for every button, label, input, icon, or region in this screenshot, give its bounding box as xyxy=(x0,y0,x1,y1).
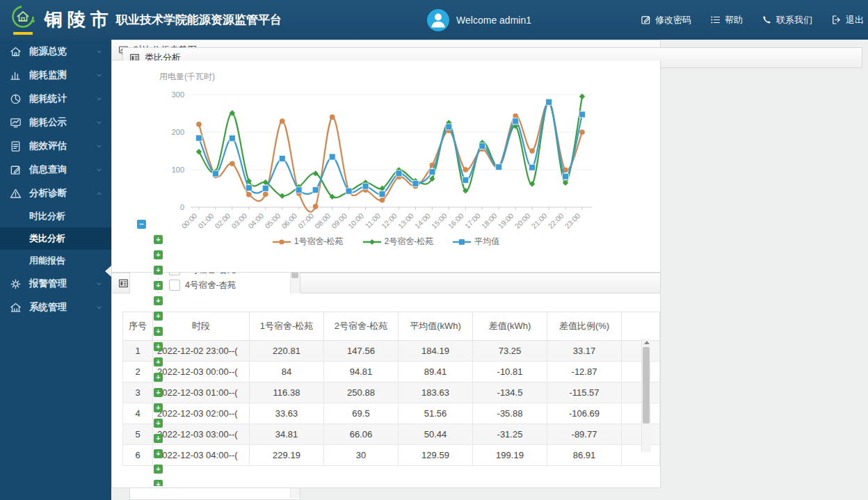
expand-icon[interactable]: + xyxy=(154,373,163,382)
sidebar-item-consumption-publicity[interactable]: 能耗公示 xyxy=(0,111,111,134)
legend-item[interactable]: 1号宿舍-松苑 xyxy=(273,236,344,248)
expand-icon[interactable]: + xyxy=(154,281,163,290)
sidebar-subitem-time-compare-analysis[interactable]: 时比分析 xyxy=(0,205,111,227)
header-menu-label: 帮助 xyxy=(725,14,743,26)
document-icon xyxy=(9,140,22,153)
chevron-down-icon xyxy=(95,304,103,312)
sidebar-item-label: 能效评估 xyxy=(29,140,67,152)
legend-item[interactable]: 2号宿舍-松苑 xyxy=(363,236,434,248)
gear-icon xyxy=(9,277,22,291)
table-cell: 2022-12-03 03:00--( xyxy=(153,424,250,445)
table-cell: 229.19 xyxy=(250,445,324,466)
expand-icon[interactable]: + xyxy=(154,312,163,321)
expand-icon[interactable]: + xyxy=(154,342,163,351)
expand-icon[interactable]: + xyxy=(154,266,163,275)
column-header: 序号 xyxy=(123,312,153,341)
svg-text:06:00: 06:00 xyxy=(280,211,298,230)
tree-node-label[interactable]: 4号宿舍-杏苑 xyxy=(185,280,236,291)
trend-line-chart: 用电量(千瓦时)010020030000:0001:0002:0003:0004… xyxy=(112,61,660,234)
header-menu-change-password[interactable]: 修改密码 xyxy=(640,14,691,26)
brand-city: 铜陵市 xyxy=(45,8,113,32)
chevron-down-icon xyxy=(95,72,103,79)
legend-label: 1号宿舍-松苑 xyxy=(294,236,344,248)
table-cell-gutter xyxy=(622,403,660,424)
sidebar-item-efficiency-evaluation[interactable]: 能效评估 xyxy=(0,134,111,158)
tree-checkbox[interactable] xyxy=(169,280,180,291)
expand-icon[interactable]: + xyxy=(154,449,163,458)
table-cell: 147.56 xyxy=(324,341,399,362)
table-scrollbar-thumb[interactable] xyxy=(643,347,650,424)
app-root: 铜陵市 职业技术学院能源资源监管平台 Welcome admin1 修改密码帮助… xyxy=(0,0,868,500)
table-cell: -35.88 xyxy=(473,403,547,424)
sidebar-subitem-energy-report[interactable]: 用能报告 xyxy=(0,250,111,272)
table-row: 32022-12-03 01:00--(116.38250.88183.63-1… xyxy=(123,382,660,403)
user-avatar-icon[interactable] xyxy=(427,9,449,31)
expand-icon[interactable]: + xyxy=(154,388,163,397)
sidebar-subitem-label: 类比分析 xyxy=(29,232,65,245)
expand-icon[interactable]: + xyxy=(154,235,163,244)
scroll-up-arrow[interactable] xyxy=(644,341,650,344)
collapse-icon[interactable]: − xyxy=(137,220,146,229)
bar-chart-icon xyxy=(9,69,22,82)
header-menu-help[interactable]: 帮助 xyxy=(709,14,743,26)
tree-node: +4号宿舍-杏苑 xyxy=(137,277,300,293)
expand-icon[interactable]: + xyxy=(154,327,163,336)
expand-icon[interactable]: + xyxy=(154,250,163,259)
expand-icon[interactable]: + xyxy=(154,403,163,412)
trend-chart-panel: 对比分析走势图 用电量(千瓦时)010020030000:0001:0002:0… xyxy=(111,40,661,273)
legend-item[interactable]: 平均值 xyxy=(453,236,499,248)
legend-marker-square-icon xyxy=(453,238,471,246)
logout-icon xyxy=(830,14,842,26)
table-cell-gutter xyxy=(622,382,660,403)
table-row: 52022-12-03 03:00--(34.8166.0650.44-31.2… xyxy=(123,424,660,445)
sidebar-item-label: 分析诊断 xyxy=(29,187,67,200)
chart-body: 用电量(千瓦时)010020030000:0001:0002:0003:0004… xyxy=(111,61,661,273)
chevron-down-icon xyxy=(95,119,103,127)
sidebar-item-system-management[interactable]: 系统管理 xyxy=(0,296,111,319)
sidebar-item-alarm-management[interactable]: 报警管理 xyxy=(0,272,111,296)
expand-icon[interactable]: + xyxy=(154,357,163,366)
table-cell: 33.63 xyxy=(250,403,324,424)
home-icon xyxy=(9,45,22,58)
table-cell: -12.87 xyxy=(547,362,622,382)
chart-legend: 1号宿舍-松苑2号宿舍-松苑平均值 xyxy=(112,236,660,248)
table-cell: 6 xyxy=(123,445,153,466)
svg-text:17:00: 17:00 xyxy=(463,211,482,230)
table-cell-gutter xyxy=(622,445,660,466)
table-cell: -31.25 xyxy=(473,424,547,445)
svg-text:09:00: 09:00 xyxy=(330,211,348,230)
brand-title: 铜陵市 职业技术学院能源资源监管平台 xyxy=(45,8,282,32)
table-cell: 2022-12-02 23:00--( xyxy=(153,341,250,362)
svg-text:100: 100 xyxy=(172,166,184,174)
table-cell: 66.06 xyxy=(324,424,399,445)
chevron-down-icon xyxy=(95,95,103,103)
svg-text:07:00: 07:00 xyxy=(296,211,315,230)
sidebar-item-consumption-stats[interactable]: 能耗统计 xyxy=(0,87,111,111)
table-cell: 3 xyxy=(123,382,153,403)
expand-icon[interactable]: + xyxy=(154,434,163,443)
header-menu-logout[interactable]: 退出 xyxy=(830,14,864,26)
svg-text:18:00: 18:00 xyxy=(480,211,499,230)
svg-text:16:00: 16:00 xyxy=(447,211,465,230)
expand-icon[interactable]: + xyxy=(154,465,163,474)
svg-text:08:00: 08:00 xyxy=(313,211,332,230)
column-header: 差值比例(%) xyxy=(547,312,622,341)
sidebar-subitem-analogy-analysis[interactable]: 类比分析 xyxy=(0,227,111,250)
expand-icon[interactable]: + xyxy=(154,419,163,428)
table-cell: 2 xyxy=(123,362,153,382)
series-平均值 xyxy=(196,99,586,197)
sidebar-item-energy-overview[interactable]: 能源总览 xyxy=(0,40,111,63)
svg-text:00:00: 00:00 xyxy=(179,211,198,230)
table-cell: -10.81 xyxy=(473,362,547,382)
table-scrollbar[interactable] xyxy=(641,339,651,452)
column-header: 1号宿舍-松苑 xyxy=(250,312,324,341)
svg-text:03:00: 03:00 xyxy=(230,211,248,230)
header-menu-contact-us[interactable]: 联系我们 xyxy=(761,14,812,26)
expand-icon[interactable]: + xyxy=(154,296,163,305)
sidebar-item-analysis-diagnosis[interactable]: 分析诊断 xyxy=(0,182,111,205)
column-header: 时段 xyxy=(153,312,250,341)
svg-text:10:00: 10:00 xyxy=(346,211,365,230)
expand-icon[interactable]: + xyxy=(154,480,163,487)
sidebar-item-consumption-monitor[interactable]: 能耗监测 xyxy=(0,63,111,87)
sidebar-item-info-query[interactable]: 信息查询 xyxy=(0,158,111,182)
